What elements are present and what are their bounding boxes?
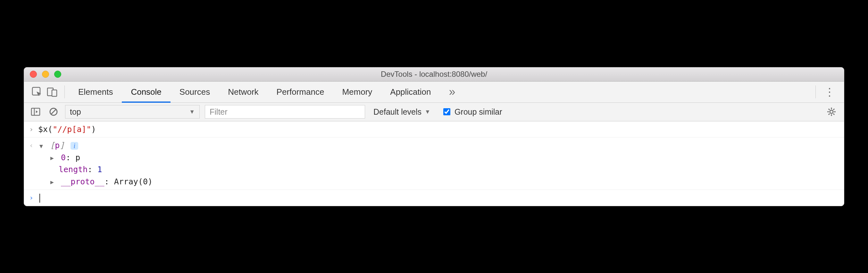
svg-line-13 — [833, 114, 835, 115]
caret-down-icon: ▼ — [425, 109, 431, 115]
property-key: __proto__ — [61, 177, 104, 186]
log-levels-label: Default levels — [373, 107, 422, 116]
tab-label: Memory — [342, 87, 372, 97]
input-arg: "//p[a]" — [53, 125, 91, 134]
svg-line-14 — [829, 114, 830, 115]
property-value: Array(0) — [114, 177, 153, 186]
tab-label: Network — [228, 87, 258, 97]
more-tabs-button[interactable]: » — [440, 85, 464, 99]
divider — [64, 85, 65, 98]
group-similar-checkbox[interactable] — [443, 108, 451, 115]
input-marker-icon: › — [29, 123, 38, 135]
kebab-icon: ⋮ — [824, 86, 835, 98]
gear-icon — [827, 107, 836, 116]
devtools-window: DevTools - localhost:8080/web/ Elements … — [24, 67, 844, 206]
result-summary[interactable]: [p] i — [39, 139, 839, 152]
result-property-row: length: 1 — [39, 163, 839, 176]
tab-sources[interactable]: Sources — [170, 82, 219, 103]
disclosure-triangle-right-icon[interactable] — [50, 178, 56, 186]
console-toolbar: top ▼ Default levels ▼ Group similar — [24, 103, 844, 121]
titlebar: DevTools - localhost:8080/web/ — [24, 67, 844, 82]
device-toolbar-icon[interactable] — [44, 84, 60, 100]
bracket: [ — [50, 141, 55, 150]
console-output: › $x("//p[a]") ‹ [p] i 0: p length: 1 __… — [24, 121, 844, 206]
result-property-row[interactable]: 0: p — [39, 152, 839, 164]
disclosure-triangle-right-icon[interactable] — [50, 154, 56, 162]
info-badge-icon[interactable]: i — [70, 142, 78, 150]
svg-rect-2 — [52, 90, 57, 97]
tab-label: Application — [390, 87, 431, 97]
chevron-double-right-icon: » — [449, 85, 456, 98]
log-levels-select[interactable]: Default levels ▼ — [370, 107, 434, 116]
tab-label: Performance — [277, 87, 324, 97]
result-tree: [p] i 0: p length: 1 __proto__: Array(0) — [38, 139, 839, 188]
group-similar-toggle[interactable]: Group similar — [439, 107, 505, 116]
close-window-button[interactable] — [30, 71, 37, 78]
console-input-expression: $x("//p[a]") — [38, 123, 839, 136]
inspect-element-icon[interactable] — [29, 84, 44, 100]
svg-line-6 — [51, 109, 56, 114]
divider — [815, 85, 816, 98]
property-key: length — [59, 165, 88, 174]
window-title: DevTools - localhost:8080/web/ — [24, 70, 844, 79]
property-key: 0 — [61, 153, 66, 162]
clear-console-icon[interactable] — [47, 105, 60, 118]
console-input-row: › $x("//p[a]") — [24, 121, 844, 138]
bracket: ] — [60, 141, 64, 150]
minimize-window-button[interactable] — [42, 71, 49, 78]
tab-list: Elements Console Sources Network Perform… — [69, 82, 440, 103]
summary-item: p — [55, 141, 60, 150]
output-marker-icon: ‹ — [29, 139, 38, 151]
svg-point-7 — [830, 110, 833, 113]
zoom-window-button[interactable] — [54, 71, 61, 78]
svg-line-12 — [829, 109, 830, 110]
tab-memory[interactable]: Memory — [333, 82, 381, 103]
console-prompt-input[interactable] — [38, 192, 839, 204]
group-similar-label: Group similar — [455, 107, 502, 116]
tab-network[interactable]: Network — [219, 82, 267, 103]
filter-input[interactable] — [205, 105, 365, 118]
console-settings-button[interactable] — [827, 107, 839, 116]
tabbar: Elements Console Sources Network Perform… — [24, 82, 844, 103]
tab-label: Console — [131, 87, 161, 97]
execution-context-select[interactable]: top ▼ — [65, 105, 200, 118]
tab-console[interactable]: Console — [122, 82, 170, 103]
tab-performance[interactable]: Performance — [268, 82, 333, 103]
tab-application[interactable]: Application — [381, 82, 440, 103]
console-result-row: ‹ [p] i 0: p length: 1 __proto__: Array(… — [24, 137, 844, 190]
input-fn: $x — [38, 125, 48, 134]
tab-label: Sources — [180, 87, 210, 97]
text-cursor — [39, 194, 40, 203]
svg-rect-3 — [31, 108, 40, 115]
settings-menu-button[interactable]: ⋮ — [820, 85, 839, 98]
svg-line-15 — [833, 109, 835, 110]
tab-elements[interactable]: Elements — [69, 82, 122, 103]
toggle-console-sidebar-icon[interactable] — [29, 105, 42, 118]
console-prompt-row[interactable]: › — [24, 190, 844, 206]
execution-context-label: top — [70, 107, 81, 116]
disclosure-triangle-down-icon[interactable] — [39, 142, 45, 150]
traffic-lights — [24, 71, 61, 78]
result-property-row[interactable]: __proto__: Array(0) — [39, 176, 839, 188]
prompt-marker-icon: › — [29, 192, 38, 203]
property-value: p — [75, 153, 80, 162]
tab-label: Elements — [78, 87, 113, 97]
property-value: 1 — [97, 165, 102, 174]
caret-down-icon: ▼ — [189, 109, 195, 115]
